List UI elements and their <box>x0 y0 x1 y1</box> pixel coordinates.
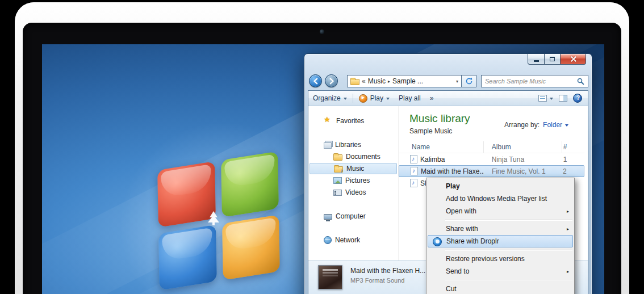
menu-item-play[interactable]: Play <box>426 180 574 192</box>
play-all-button[interactable]: Play all <box>394 91 425 106</box>
screen-bezel: « Music ▸ Sample ... ▾ Search Sample Mus… <box>23 23 621 294</box>
arrange-by-label: Arrange by: <box>504 121 540 129</box>
submenu-arrow-icon: ▸ <box>567 269 569 274</box>
breadcrumb-sample-music[interactable]: Sample ... <box>392 77 423 85</box>
back-button[interactable] <box>309 74 322 87</box>
address-dropdown-icon[interactable]: ▾ <box>456 79 458 84</box>
forward-arrow-icon <box>328 78 335 85</box>
refresh-button[interactable] <box>461 75 476 87</box>
command-bar: Organize Play Play all » <box>308 91 588 106</box>
laptop-body: « Music ▸ Sample ... ▾ Search Sample Mus… <box>15 2 629 294</box>
file-row-kalimba[interactable]: Kalimba Ninja Tuna 1 <box>399 153 584 165</box>
menu-item-share-with-droplr[interactable]: Share with Droplr <box>428 235 573 247</box>
chevron-down-icon <box>565 124 568 128</box>
column-header-album[interactable]: Album <box>484 141 562 153</box>
menu-item-restore-previous-versions[interactable]: Restore previous versions <box>426 253 574 265</box>
file-number: 2 <box>562 167 584 175</box>
network-icon <box>324 236 332 244</box>
close-button[interactable] <box>560 54 586 65</box>
address-bar[interactable]: « Music ▸ Sample ... ▾ <box>347 75 462 87</box>
preview-pane-icon <box>559 95 567 102</box>
views-icon <box>538 95 547 102</box>
overflow-chevron-icon: » <box>430 94 434 102</box>
sidebar-item-network[interactable]: Network <box>310 234 397 246</box>
documents-folder-icon <box>333 154 342 161</box>
arrange-by-value[interactable]: Folder <box>543 121 562 129</box>
folder-icon <box>350 79 359 85</box>
context-menu: Play Add to Windows Media Player list Op… <box>426 178 575 294</box>
breadcrumb-separator-icon: ▸ <box>388 79 390 84</box>
wmp-play-icon <box>359 94 367 103</box>
menu-item-open-with[interactable]: Open with▸ <box>426 205 574 217</box>
menu-separator <box>445 250 572 250</box>
library-title: Music library <box>409 112 470 125</box>
chevron-down-icon <box>344 98 347 102</box>
maximize-button[interactable] <box>544 54 561 65</box>
menu-item-cut[interactable]: Cut <box>426 283 574 294</box>
sidebar-item-music[interactable]: Music <box>310 163 397 174</box>
menu-item-share-with[interactable]: Share with▸ <box>426 222 574 235</box>
album-art <box>318 265 342 289</box>
help-button[interactable] <box>573 94 582 103</box>
arrange-by: Arrange by: Folder <box>504 121 568 129</box>
breadcrumb-overflow[interactable]: « <box>362 77 366 85</box>
tree-silhouette <box>208 211 219 226</box>
breadcrumb-music[interactable]: Music <box>368 77 386 85</box>
toolbar-overflow-button[interactable]: » <box>425 91 438 106</box>
details-format: MP3 Format Sound <box>350 277 404 284</box>
library-subtitle: Sample Music <box>409 127 452 135</box>
search-placeholder: Search Sample Music <box>485 78 577 85</box>
column-header-number[interactable]: # <box>562 141 584 153</box>
play-menu-button[interactable]: Play <box>354 91 394 106</box>
sidebar-item-computer[interactable]: Computer <box>310 211 397 222</box>
file-row-maid-with-the-flaxen[interactable]: Maid with the Flaxe... Fine Music, Vol. … <box>399 165 584 177</box>
chevron-down-icon <box>386 98 390 102</box>
minimize-button[interactable] <box>528 54 545 65</box>
music-folder-icon <box>334 166 343 173</box>
sidebar-item-pictures[interactable]: Pictures <box>310 175 397 186</box>
webcam <box>320 30 324 34</box>
sidebar-item-videos[interactable]: Videos <box>310 187 397 198</box>
maximize-icon <box>550 57 555 61</box>
chevron-down-icon <box>550 98 553 102</box>
logo-pane-blue <box>158 224 216 290</box>
organize-button[interactable]: Organize <box>308 91 352 106</box>
forward-button[interactable] <box>325 74 338 87</box>
logo-pane-green <box>221 152 279 217</box>
menu-item-add-to-wmp-list[interactable]: Add to Windows Media Player list <box>426 192 574 205</box>
droplr-icon <box>433 237 442 246</box>
back-arrow-icon <box>312 78 319 85</box>
column-header-name[interactable]: Name <box>399 141 484 153</box>
window-controls <box>528 54 586 65</box>
sidebar-item-documents[interactable]: Documents <box>310 151 397 162</box>
screenshot-root: « Music ▸ Sample ... ▾ Search Sample Mus… <box>0 0 644 294</box>
minimize-icon <box>534 60 539 62</box>
organize-label: Organize <box>313 94 341 102</box>
file-name: Kalimba <box>420 156 445 163</box>
sidebar-item-favorites[interactable]: Favorites <box>310 115 397 127</box>
logo-pane-yellow <box>222 215 280 280</box>
audio-file-icon <box>410 179 417 187</box>
column-headers: Name Album # <box>399 141 584 153</box>
toolbar-separator <box>353 94 353 103</box>
search-icon[interactable] <box>577 78 584 85</box>
videos-icon <box>333 190 342 196</box>
star-icon <box>324 117 333 125</box>
file-album: Ninja Tuna <box>484 156 562 163</box>
menu-item-send-to[interactable]: Send to▸ <box>426 265 574 278</box>
windows-desktop[interactable]: « Music ▸ Sample ... ▾ Search Sample Mus… <box>42 44 604 294</box>
help-icon <box>573 94 582 103</box>
file-album: Fine Music, Vol. 1 <box>484 167 562 175</box>
pictures-icon <box>333 177 342 184</box>
refresh-icon <box>465 77 473 85</box>
play-all-label: Play all <box>399 94 421 102</box>
computer-icon <box>324 214 332 220</box>
views-button[interactable] <box>538 95 553 102</box>
preview-pane-button[interactable] <box>559 95 567 102</box>
file-name: Maid with the Flaxe... <box>421 167 484 175</box>
sidebar-item-libraries[interactable]: Libraries <box>310 139 397 150</box>
logo-pane-red <box>157 161 215 227</box>
search-box[interactable]: Search Sample Music <box>481 75 588 87</box>
toolbar-right-icons <box>538 94 588 103</box>
submenu-arrow-icon: ▸ <box>567 209 569 214</box>
